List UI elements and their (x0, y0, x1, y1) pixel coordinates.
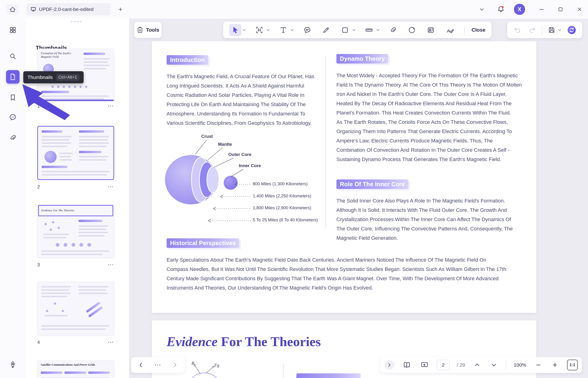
prev-page-button[interactable] (137, 361, 145, 369)
pages-more-button[interactable]: ⋯ (154, 363, 161, 367)
document-tab[interactable]: UPDF-2.0-cant-be-edited (26, 3, 111, 15)
previous-page-chevron-button[interactable] (473, 360, 482, 370)
page2-menu-button[interactable]: ⋯ (108, 184, 114, 189)
expand-controls-button[interactable] (384, 360, 394, 370)
page1-menu-button[interactable]: ⋯ (108, 104, 114, 108)
bookmark-icon (9, 94, 17, 101)
thumb5-title: Satellite Communications And Power Grids (41, 363, 99, 367)
page3-title: Evidence For The Theories (167, 334, 321, 349)
dynamo-paragraphs: The Most Widely - Accepted Theory For Th… (336, 71, 523, 164)
thumbnails-button[interactable] (6, 70, 20, 83)
maximize-icon (557, 6, 564, 13)
field-figure-partial: B Fg (180, 360, 233, 378)
redo-button[interactable] (527, 25, 537, 35)
maximize-button[interactable] (555, 4, 566, 14)
tooltip-shortcut: Ctrl+Alt+1 (56, 74, 79, 81)
measure-dropdown-chevron[interactable] (376, 28, 380, 32)
measure-tool-button[interactable] (363, 24, 375, 36)
next-page-chevron-button[interactable] (489, 360, 499, 370)
left-icon-rail (0, 19, 26, 378)
zoom-out-button[interactable] (534, 360, 543, 370)
page-layout-button[interactable] (402, 360, 412, 370)
close-toolbar-button[interactable]: Close (472, 27, 486, 33)
page3-menu-button[interactable]: ⋯ (108, 262, 114, 267)
pencil-tool-button[interactable] (320, 24, 332, 36)
home-button[interactable] (7, 4, 19, 15)
new-tab-button[interactable] (116, 5, 125, 14)
apps-grid-button[interactable] (5, 23, 20, 38)
chat-bubble-icon (303, 26, 311, 34)
notifications-button[interactable] (496, 4, 506, 14)
edit-tool-button[interactable] (253, 24, 265, 36)
slideshow-button[interactable] (419, 360, 430, 370)
page3-title-italic: Evidence (167, 334, 218, 349)
collapse-toolbar-button[interactable] (477, 4, 487, 14)
edit-dropdown-chevron[interactable] (266, 28, 270, 32)
controls-divider (506, 360, 506, 370)
page-number-label: 4 (37, 340, 40, 345)
pen-icon (322, 26, 330, 34)
save-dropdown-chevron[interactable] (557, 28, 562, 32)
tools-label: Tools (146, 27, 159, 33)
actual-size-button[interactable]: 1:1 (567, 360, 578, 370)
tools-button[interactable]: Tools (134, 22, 162, 38)
save-button[interactable] (546, 25, 557, 35)
page-thumbnail-4[interactable] (37, 282, 114, 335)
undo-button[interactable] (512, 25, 522, 35)
page3-title-rest: For The Theories (218, 334, 321, 349)
page-thumbnail-2[interactable] (37, 126, 114, 180)
page-number-label: 3 (37, 262, 40, 268)
undo-icon (514, 26, 521, 34)
page-thumbnail-5[interactable]: Satellite Communications And Power Grids (37, 361, 114, 378)
next-page-button[interactable] (171, 361, 179, 369)
chevron-right-icon (172, 362, 178, 368)
avatar-letter: X (518, 6, 521, 13)
page4-menu-button[interactable]: ⋯ (108, 340, 114, 344)
notification-dot (502, 6, 504, 8)
stamp-tool-button[interactable] (425, 24, 437, 36)
sync-share-button[interactable] (566, 25, 577, 35)
frame-h-icon (255, 26, 263, 34)
panel-drag-handle[interactable] (71, 21, 82, 22)
document-icon (9, 73, 17, 81)
document-canvas[interactable]: Tools (129, 19, 588, 378)
zoom-level-button[interactable]: 100% (514, 362, 526, 368)
text-dropdown-chevron[interactable] (290, 28, 294, 32)
thumb3-row: 3 ⋯ (37, 261, 114, 269)
redo-icon (528, 26, 536, 34)
zoom-in-button[interactable] (550, 360, 560, 370)
shape-dropdown-chevron[interactable] (351, 28, 356, 32)
save-icon (548, 26, 555, 34)
page-number-input[interactable] (437, 360, 449, 370)
ruler-icon (365, 26, 373, 34)
select-dropdown-chevron[interactable] (242, 28, 247, 32)
text-tool-button[interactable] (277, 24, 289, 36)
sign-button[interactable] (5, 357, 20, 372)
dynamo-paragraph-2: As The Earth Rotates, The Coriolis Force… (336, 118, 523, 164)
open-book-icon (403, 361, 411, 369)
search-button[interactable] (5, 49, 20, 64)
comment-icon (9, 113, 17, 121)
sync-circle-icon (567, 25, 577, 35)
pen-nib-icon (9, 361, 17, 368)
chevron-up-icon (474, 362, 480, 368)
bookmarks-button[interactable] (5, 90, 20, 105)
shape-tool-button[interactable] (339, 24, 351, 36)
sticker-tool-button[interactable] (406, 24, 418, 36)
comment-tool-button[interactable] (301, 24, 313, 36)
attachments-button[interactable] (5, 130, 20, 145)
tools-icon (137, 27, 143, 34)
square-icon (341, 26, 349, 34)
select-tool-button[interactable] (229, 24, 241, 36)
comments-button[interactable] (5, 110, 20, 125)
close-window-button[interactable] (574, 4, 585, 14)
signature-tool-button[interactable] (444, 24, 458, 36)
minimize-button[interactable] (536, 4, 547, 14)
chevron-down-icon (478, 6, 485, 13)
bell-icon (497, 5, 505, 13)
page-thumbnail-3[interactable]: Evidence For The Theories (37, 204, 114, 258)
role-paragraph: The Solid Inner Core Also Plays A Role I… (336, 196, 516, 243)
cursor-icon (231, 26, 239, 34)
attachment-tool-button[interactable] (387, 24, 399, 36)
account-avatar[interactable]: X (514, 4, 525, 15)
